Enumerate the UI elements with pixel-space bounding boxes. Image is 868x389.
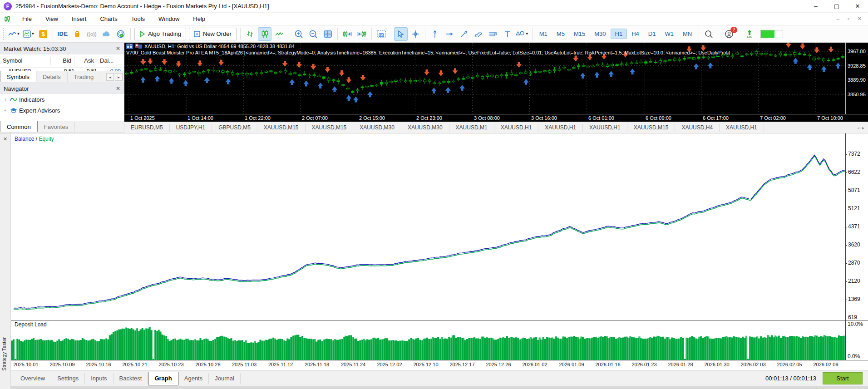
navigator-tab[interactable]: Common	[0, 121, 38, 132]
tester-tab[interactable]: Journal	[209, 373, 241, 384]
chart-window-icon[interactable]: ▼	[7, 27, 21, 41]
chart-tab[interactable]: XAUUSD,M15	[257, 124, 306, 132]
chevron-down-icon[interactable]: ›	[2, 108, 9, 113]
navigator-close-icon[interactable]: ✕	[116, 85, 120, 92]
community-icon[interactable]: 2	[722, 27, 736, 41]
chart-tabs-scroll-left-icon[interactable]: ◂	[857, 125, 859, 130]
timeframe-button[interactable]: W1	[660, 29, 678, 39]
chart-tab[interactable]: EURUSD,M5	[124, 124, 170, 132]
cursor-icon[interactable]	[394, 27, 408, 41]
menu-item[interactable]: Help	[186, 15, 212, 22]
chart-tab[interactable]: USDJPY,H1	[170, 124, 212, 132]
chart-tab[interactable]: XAUUSD,M1	[449, 124, 494, 132]
mdi-restore-icon[interactable]: ▫	[848, 16, 849, 22]
deposit-load-graph[interactable]: Deposit Load 10.0% 0.0%	[11, 320, 868, 360]
chart-tab[interactable]: XAUUSD,H1	[538, 124, 583, 132]
timeframe-button[interactable]: H1	[611, 29, 627, 39]
chart-tab[interactable]: XAUUSD,H1	[583, 124, 627, 132]
algo-trading-button[interactable]: Algo Trading	[134, 28, 186, 40]
maximize-button[interactable]: ▢	[826, 0, 847, 12]
crosshair-icon[interactable]	[409, 27, 422, 41]
mdi-close-icon[interactable]: ✕	[858, 16, 862, 22]
tester-tab[interactable]: Agents	[178, 373, 209, 384]
toolbar-grip[interactable]	[3, 28, 5, 40]
tester-tab[interactable]: Overview	[15, 373, 51, 384]
navigator-item-indicators[interactable]: › Indicators	[0, 94, 124, 105]
lvl-upload-icon[interactable]: LVL	[743, 27, 756, 41]
balance-equity-graph[interactable]: Balance / Equity 73726622587151214371362…	[11, 133, 868, 320]
timeframe-button[interactable]: M1	[535, 29, 552, 39]
timeframe-button[interactable]: M5	[552, 29, 569, 39]
shapes-icon[interactable]: ▼	[515, 27, 529, 41]
auto-scroll-icon[interactable]	[355, 27, 369, 41]
tester-tab[interactable]: Graph	[148, 372, 178, 385]
timeframe-button[interactable]: M30	[590, 29, 610, 39]
bars-chart-icon[interactable]	[243, 27, 257, 41]
market-watch-tab[interactable]: Symbols	[0, 71, 36, 82]
chart-title: XAUUSD, H1: Gold vs US Dollar 4854.69 48…	[126, 44, 295, 49]
market-watch-tab[interactable]: Trading	[68, 72, 101, 82]
tester-tab[interactable]: Backtest	[113, 373, 148, 384]
ide-button[interactable]: IDE	[56, 27, 69, 41]
tester-tab[interactable]: Inputs	[85, 373, 113, 384]
candles-chart-icon[interactable]	[258, 27, 271, 41]
timeframe-button[interactable]: H4	[627, 29, 644, 39]
chart-tabs-scroll-right-icon[interactable]: ▸	[862, 125, 864, 130]
minimize-button[interactable]: –	[805, 0, 826, 12]
menu-item[interactable]: File	[15, 15, 39, 22]
trendline-icon[interactable]	[457, 27, 471, 41]
menu-item[interactable]: Charts	[93, 15, 124, 22]
timeframe-button[interactable]: M15	[569, 29, 590, 39]
chart-profile-icon[interactable]: ▼	[22, 27, 35, 41]
timeframe-button[interactable]: MN	[678, 29, 696, 39]
chevron-right-icon[interactable]: ›	[3, 96, 8, 103]
line-chart-icon[interactable]	[272, 27, 286, 41]
menu-item[interactable]: View	[39, 15, 65, 22]
zoom-out-icon[interactable]	[306, 27, 320, 41]
tabs-scroll-left-icon[interactable]: ◂	[106, 73, 114, 81]
channel-icon[interactable]	[472, 27, 485, 41]
price-chart[interactable]: XAUUSD, H1: Gold vs US Dollar 4854.69 48…	[124, 43, 868, 122]
cloud-icon[interactable]	[99, 27, 113, 41]
close-button[interactable]: ✕	[847, 0, 868, 12]
market-watch-row[interactable]: AUDUSD 0.51 0.51 0.09	[0, 68, 124, 71]
tabs-scroll-right-icon[interactable]: ▸	[115, 73, 123, 81]
tester-tab[interactable]: Settings	[51, 373, 85, 384]
equidistant-icon[interactable]	[486, 27, 500, 41]
chart-tab[interactable]: XAUUSD,H1	[494, 124, 539, 132]
horizontal-line-icon[interactable]	[443, 27, 456, 41]
start-button[interactable]: Start	[823, 372, 863, 384]
signals-icon[interactable]	[114, 27, 128, 41]
menu-item[interactable]: Insert	[65, 15, 94, 22]
search-icon[interactable]	[702, 27, 715, 41]
market-watch-tab[interactable]: Details	[36, 72, 68, 82]
shift-end-icon[interactable]	[340, 27, 354, 41]
legend-equity: Equity	[39, 136, 54, 142]
deposit-icon[interactable]: $	[36, 27, 50, 41]
vertical-line-icon[interactable]	[428, 27, 442, 41]
tester-close-icon[interactable]: ✕	[0, 136, 10, 142]
text-tool-icon[interactable]	[501, 27, 514, 41]
marketplace-icon[interactable]	[70, 27, 84, 41]
menu-item[interactable]: Window	[152, 15, 186, 22]
broadcast-icon[interactable]: ((o))	[85, 27, 99, 41]
chart-tab[interactable]: GBPUSD,M5	[212, 124, 257, 132]
chart-tab[interactable]: XAUUSD,H4	[675, 124, 720, 132]
new-order-button[interactable]: New Order	[189, 28, 237, 40]
navigator-tabs: CommonFavorites	[0, 121, 124, 133]
chart-tab[interactable]: XAUUSD,M15	[627, 124, 676, 132]
mdi-minimize-icon[interactable]: –	[837, 16, 839, 22]
menu-item[interactable]: Tools	[124, 15, 152, 22]
chart-tab[interactable]: XAUUSD,M30	[353, 124, 401, 132]
market-watch-close-icon[interactable]: ✕	[116, 45, 120, 52]
chart-tab[interactable]: XAUUSD,M15	[306, 124, 354, 132]
navigator-tab[interactable]: Favorites	[38, 122, 75, 132]
tile-windows-icon[interactable]	[321, 27, 335, 41]
zoom-in-icon[interactable]	[292, 27, 306, 41]
timeframe-button[interactable]: D1	[644, 29, 661, 39]
navigator-item-expert-advisors[interactable]: › Expert Advisors	[0, 105, 124, 116]
chart-tab[interactable]: XAUUSD,H1	[720, 124, 764, 132]
date-axis: 2025.10.012025.10.092025.10.162025.10.21…	[11, 360, 868, 370]
chart-tab[interactable]: XAUUSD,M30	[401, 124, 449, 132]
screenshot-icon[interactable]	[375, 27, 388, 41]
